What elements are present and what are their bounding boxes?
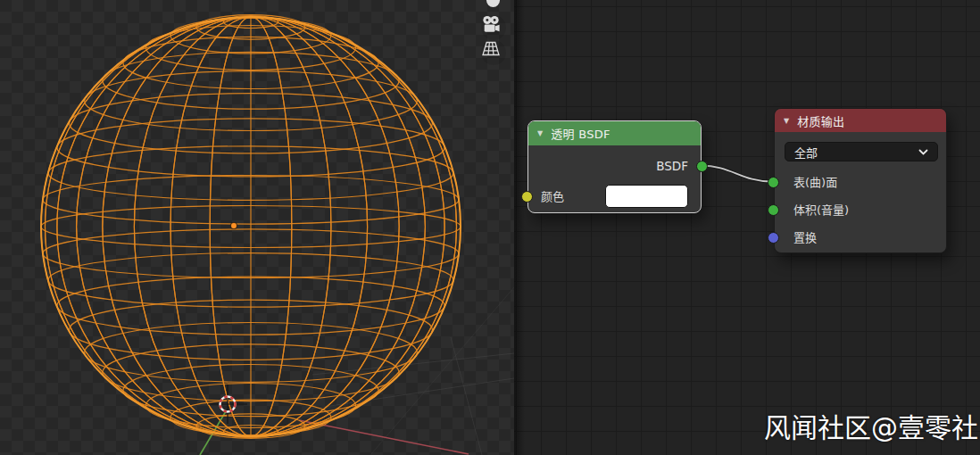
socket-input-surface[interactable] <box>768 177 779 188</box>
floor-grid-lines <box>312 287 514 455</box>
grid-ortho-icon[interactable] <box>481 40 506 65</box>
object-origin-dot <box>231 223 237 229</box>
socket-input-displacement[interactable] <box>768 232 779 244</box>
shader-node-editor[interactable]: ▼ 透明 BSDF BSDF 颜色 ▼ 材质输出 全部 <box>514 0 980 455</box>
node-title: 材质输出 <box>797 112 844 129</box>
target-dropdown-value: 全部 <box>794 144 818 161</box>
camera-view-icon[interactable] <box>481 15 506 40</box>
collapse-triangle-icon[interactable]: ▼ <box>537 129 543 137</box>
chevron-down-icon <box>918 149 928 155</box>
input-label-surface: 表(曲)面 <box>793 172 837 194</box>
target-dropdown[interactable]: 全部 <box>785 142 938 161</box>
viewport-overlay <box>0 0 514 455</box>
watermark-text: 风闻社区@壹零社 <box>764 413 978 443</box>
collapse-triangle-icon[interactable]: ▼ <box>784 117 789 125</box>
node-material-output-header[interactable]: ▼ 材质输出 <box>775 109 946 132</box>
node-material-output[interactable]: ▼ 材质输出 全部 表(曲)面 体积(音量) 置换 <box>774 108 947 253</box>
blender-window: ▼ 透明 BSDF BSDF 颜色 ▼ 材质输出 全部 <box>0 0 980 455</box>
color-swatch-field[interactable] <box>605 185 688 208</box>
node-title: 透明 BSDF <box>551 125 610 142</box>
node-transparent-bsdf[interactable]: ▼ 透明 BSDF BSDF 颜色 <box>527 120 702 213</box>
output-label-bsdf: BSDF <box>656 155 688 177</box>
x-axis-line <box>299 420 469 454</box>
socket-input-color[interactable] <box>521 191 533 203</box>
viewport-3d[interactable] <box>0 0 514 455</box>
socket-input-volume[interactable] <box>768 204 779 216</box>
node-transparent-bsdf-header[interactable]: ▼ 透明 BSDF <box>528 121 701 145</box>
input-label-color: 颜色 <box>541 186 564 208</box>
cursor-3d <box>208 385 247 424</box>
uv-sphere-wireframe[interactable] <box>41 15 461 439</box>
socket-output-bsdf[interactable] <box>696 161 708 172</box>
input-label-displacement: 置换 <box>793 228 817 249</box>
input-label-volume: 体积(音量) <box>793 200 849 221</box>
